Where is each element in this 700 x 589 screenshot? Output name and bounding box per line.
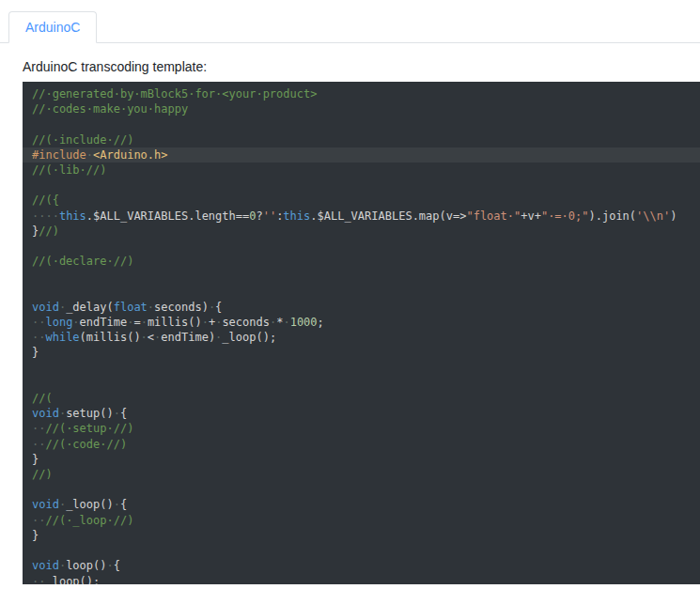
code-line (32, 361, 691, 376)
code-editor[interactable]: //·generated·by·mBlock5·for·<your·produc… (23, 82, 700, 584)
code-line (32, 178, 691, 193)
code-line: //( (32, 391, 691, 406)
code-line: ··//(·setup·//) (32, 421, 691, 436)
code-line: } (32, 345, 691, 360)
template-section-title: ArduinoC transcoding template: (23, 59, 700, 74)
code-line: void·_loop()·{ (32, 497, 691, 512)
code-line: //·generated·by·mBlock5·for·<your·produc… (32, 86, 691, 101)
code-line: #include·<Arduino.h> (23, 147, 700, 163)
code-line: //) (32, 467, 691, 482)
code-line: //(·declare·//) (32, 254, 691, 269)
code-line: void·setup()·{ (32, 406, 691, 421)
code-line (32, 116, 691, 132)
tab-bar: ArduinoC (0, 0, 700, 43)
code-line: //(·lib·//) (32, 163, 691, 178)
code-line: } (32, 528, 691, 543)
code-line (32, 376, 691, 391)
code-line (32, 543, 691, 558)
code-line: ··long·endTime·=·millis()·+·seconds·*·10… (32, 315, 691, 330)
code-line: //({ (32, 193, 691, 208)
code-line: } (32, 452, 691, 467)
code-line: void·_delay(float·seconds)·{ (32, 300, 691, 315)
code-line (32, 239, 691, 254)
code-line: }//) (32, 224, 691, 239)
code-line: //·codes·make·you·happy (32, 101, 691, 116)
code-line: ··//(·code·//) (32, 437, 691, 452)
code-line: void·loop()·{ (32, 558, 691, 573)
page: ArduinoC ArduinoC transcoding template: … (0, 0, 700, 584)
code-line (32, 482, 691, 497)
tab-arduinoc-label: ArduinoC (25, 20, 80, 35)
code-line: ····this.$ALL_VARIABLES.length==0?'':thi… (32, 209, 691, 224)
code-line (32, 285, 691, 300)
tab-arduinoc[interactable]: ArduinoC (8, 11, 97, 43)
code-line: //(·include·//) (32, 132, 691, 147)
main-content: ArduinoC transcoding template: //·genera… (0, 43, 700, 584)
code-line: ··while(millis()·<·endTime)·_loop(); (32, 330, 691, 345)
code-line: ··_loop(); (32, 574, 691, 585)
code-line: ··//(·_loop·//) (32, 513, 691, 528)
code-line (32, 269, 691, 284)
